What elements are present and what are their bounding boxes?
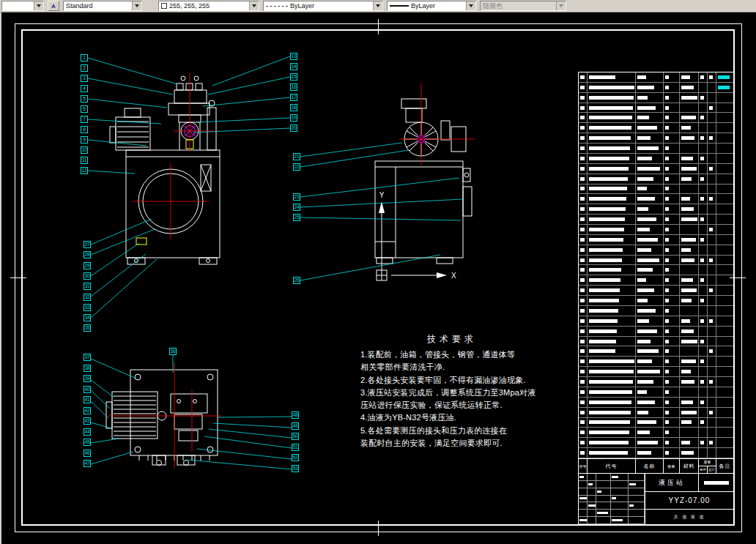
partial-combo-value — [2, 1, 34, 10]
part-callout: 35 — [84, 324, 91, 332]
bom-row — [579, 316, 733, 327]
part-callout: 1 — [81, 54, 88, 62]
dropdown-arrow-icon[interactable] — [132, 1, 141, 10]
bom-row — [579, 377, 733, 387]
bom-row — [579, 113, 733, 123]
part-callout: 18 — [290, 104, 297, 111]
dropdown-arrow-icon[interactable] — [373, 1, 382, 10]
part-callout: 15 — [290, 73, 297, 81]
ucs-icon — [377, 201, 447, 280]
part-callout: 20 — [290, 124, 297, 132]
bom-row — [579, 438, 733, 448]
part-callout: 51 — [292, 444, 299, 451]
bom-row — [579, 428, 733, 438]
plot-style-combo: 随颜色 — [480, 1, 566, 11]
cad-application-window: A Standard 255, 255, 255 ByLayer ByLayer — [0, 0, 756, 544]
bom-row — [579, 174, 733, 185]
text-style-icon[interactable]: A — [48, 1, 59, 11]
partial-combo[interactable] — [1, 1, 44, 11]
part-callout: 17 — [290, 94, 297, 101]
bom-row — [579, 387, 733, 398]
style-combo-value: Standard — [66, 2, 93, 10]
bom-header-material: 材料 — [680, 459, 699, 473]
bom-rows — [579, 72, 733, 458]
bom-row — [579, 194, 733, 204]
bom-header-remark: 备注 — [716, 459, 733, 473]
color-combo[interactable]: 255, 255, 255 — [158, 1, 259, 11]
bom-header: 序号 代号 名称 数量 材料 重量 单件 总计 备注 — [579, 458, 733, 473]
tech-line: 装配时自主的安装，满足空间要求即可. — [360, 437, 544, 450]
bom-header-seq: 序号 — [579, 459, 588, 473]
dropdown-arrow-icon — [556, 1, 566, 10]
dropdown-arrow-icon[interactable] — [466, 1, 475, 10]
bom-row — [579, 408, 733, 418]
drawing-canvas[interactable]: Y X — [0, 12, 756, 544]
part-callout: 44 — [84, 428, 91, 436]
bom-row — [579, 133, 733, 144]
bom-row — [579, 204, 733, 215]
part-callout: 13 — [290, 53, 297, 60]
title-block: 液压站 YYZ-07.00 共 张 第 张 — [578, 474, 734, 525]
tech-line: 5.各处需要测压的接头和压力表的连接在 — [360, 425, 544, 437]
part-callout: 37 — [84, 354, 91, 361]
lineweight-sample-icon — [390, 5, 409, 7]
window-edge — [0, 12, 1, 544]
part-callout: 8 — [81, 126, 88, 133]
bom-row — [579, 154, 733, 164]
part-callout: 41 — [84, 396, 91, 403]
part-callout: 28 — [84, 251, 91, 258]
part-callout: 52 — [292, 454, 299, 461]
text-style-combo[interactable]: Standard — [63, 1, 142, 11]
part-callout: 16 — [290, 83, 297, 91]
part-callout: 40 — [84, 386, 91, 393]
part-callout: 4 — [81, 85, 88, 92]
linetype-combo[interactable]: ByLayer — [263, 1, 383, 11]
bom-row — [579, 346, 733, 357]
part-callout: 53 — [292, 465, 299, 472]
bom-row — [579, 215, 733, 225]
bom-row — [579, 306, 733, 316]
dropdown-arrow-icon[interactable] — [34, 1, 43, 10]
bom-row — [579, 418, 733, 428]
product-name: 液压站 — [645, 474, 699, 491]
part-callout: 49 — [292, 422, 299, 430]
tech-line: 压站进行保压实验，保证系统运转正常. — [360, 399, 544, 411]
part-callout: 27 — [84, 241, 91, 248]
part-callout: 33 — [84, 304, 91, 311]
bom-row — [579, 235, 733, 245]
part-callout: 50 — [292, 433, 299, 440]
bom-row — [579, 225, 733, 235]
part-callout: 5 — [81, 95, 88, 103]
part-callout: 48 — [292, 411, 299, 419]
bom-header-qty: 数量 — [664, 459, 680, 473]
titleblock-right: 液压站 YYZ-07.00 共 张 第 张 — [645, 474, 733, 524]
ucs-y-label: Y — [379, 191, 385, 199]
bom-row — [579, 398, 733, 408]
bom-row — [579, 245, 733, 256]
tech-line: 2.各处接头安装要牢固，不得有漏油渗油现象. — [360, 374, 544, 387]
part-callout: 9 — [81, 136, 88, 144]
bom-row — [579, 185, 733, 195]
part-callout: 26 — [293, 277, 300, 284]
part-callout: 21 — [293, 153, 300, 160]
plot-style-combo-value: 随颜色 — [483, 1, 503, 10]
titleblock-blank-field — [699, 474, 733, 491]
lineweight-combo[interactable]: ByLayer — [387, 1, 476, 11]
top-view — [106, 370, 218, 466]
part-callout: 7 — [81, 116, 88, 123]
toolbar: A Standard 255, 255, 255 ByLayer ByLayer — [0, 0, 756, 12]
part-callout: 45 — [84, 439, 91, 446]
part-callout: 39 — [84, 375, 91, 382]
part-callout: 46 — [84, 450, 91, 457]
part-callout: 14 — [290, 63, 297, 70]
bom-row — [579, 256, 733, 266]
tech-line: 相关零部件要清洗干净. — [360, 361, 544, 373]
part-callout: 47 — [84, 460, 91, 467]
bom-row — [579, 265, 733, 275]
bom-row — [579, 367, 733, 377]
part-callout: 29 — [84, 262, 91, 269]
dropdown-arrow-icon[interactable] — [249, 1, 259, 10]
tech-line: 1.装配前，油箱，管接头，钢管，通道体等 — [360, 349, 544, 361]
part-callout: 12 — [81, 167, 88, 174]
bom-row — [579, 93, 733, 103]
